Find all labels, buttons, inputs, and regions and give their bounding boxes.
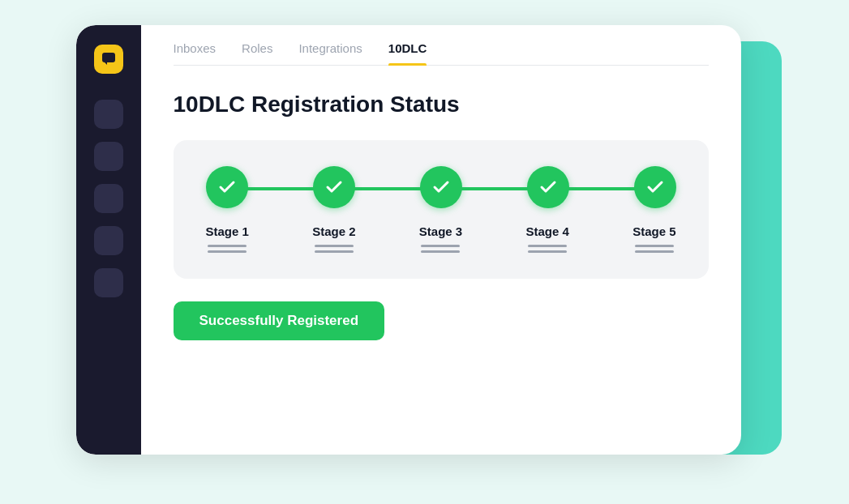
main-card: Inboxes Roles Integrations 10DLC 10DLC R…	[76, 25, 741, 455]
stage-label-4: Stage 4	[525, 224, 568, 238]
stage-circle-1	[206, 166, 248, 208]
stage-circle-4	[527, 166, 569, 208]
stage-line-bar	[315, 245, 354, 247]
stage-label-group-3: Stage 3	[419, 224, 462, 253]
stage-underlines-4	[528, 245, 567, 253]
stage-line-bar	[528, 245, 567, 247]
stage-line-bar	[421, 250, 460, 253]
stage-label-group-1: Stage 1	[206, 224, 249, 253]
sidebar	[76, 25, 141, 455]
stage-line-bar	[315, 250, 354, 253]
tab-roles[interactable]: Roles	[242, 41, 272, 65]
content-area: Inboxes Roles Integrations 10DLC 10DLC R…	[141, 25, 741, 455]
stage-circle-5	[634, 166, 676, 208]
stages-row	[206, 166, 676, 208]
stage-underlines-2	[315, 245, 354, 253]
stage-underlines-3	[421, 245, 460, 253]
tab-integrations[interactable]: Integrations	[298, 41, 362, 65]
stage-item-2	[313, 166, 355, 208]
sidebar-icon-1[interactable]	[94, 100, 123, 129]
stage-line-bar	[208, 250, 247, 253]
stage-label-group-2: Stage 2	[312, 224, 355, 253]
stage-label-group-5: Stage 5	[632, 224, 675, 253]
stage-labels-row: Stage 1 Stage 2 Stag	[206, 224, 676, 253]
stage-circle-2	[313, 166, 355, 208]
stage-item-4	[527, 166, 569, 208]
stage-label-1: Stage 1	[206, 224, 249, 238]
svg-rect-0	[102, 53, 115, 62]
stage-line-bar	[635, 245, 674, 247]
success-registered-badge: Successfully Registered	[174, 301, 385, 340]
scene: Inboxes Roles Integrations 10DLC 10DLC R…	[76, 25, 774, 479]
stage-label-5: Stage 5	[632, 224, 675, 238]
stage-line-bar	[208, 245, 247, 247]
tab-10dlc[interactable]: 10DLC	[388, 41, 427, 65]
tab-bar: Inboxes Roles Integrations 10DLC	[174, 25, 709, 66]
sidebar-icon-4[interactable]	[94, 226, 123, 255]
stage-underlines-1	[208, 245, 247, 253]
tab-inboxes[interactable]: Inboxes	[174, 41, 217, 65]
sidebar-icon-5[interactable]	[94, 268, 123, 297]
stage-item-3	[420, 166, 462, 208]
page-title: 10DLC Registration Status	[174, 92, 709, 117]
stage-circle-3	[420, 166, 462, 208]
stage-line-bar	[421, 245, 460, 247]
svg-marker-1	[105, 62, 107, 65]
stage-line-bar	[528, 250, 567, 253]
app-logo	[94, 45, 123, 74]
sidebar-icon-3[interactable]	[94, 184, 123, 213]
stage-item-1	[206, 166, 248, 208]
sidebar-icon-2[interactable]	[94, 142, 123, 171]
stage-item-5	[634, 166, 676, 208]
stage-label-group-4: Stage 4	[525, 224, 568, 253]
stage-label-2: Stage 2	[312, 224, 355, 238]
stage-underlines-5	[635, 245, 674, 253]
stage-label-3: Stage 3	[419, 224, 462, 238]
stage-tracker: Stage 1 Stage 2 Stag	[174, 140, 709, 279]
stage-line-bar	[635, 250, 674, 253]
